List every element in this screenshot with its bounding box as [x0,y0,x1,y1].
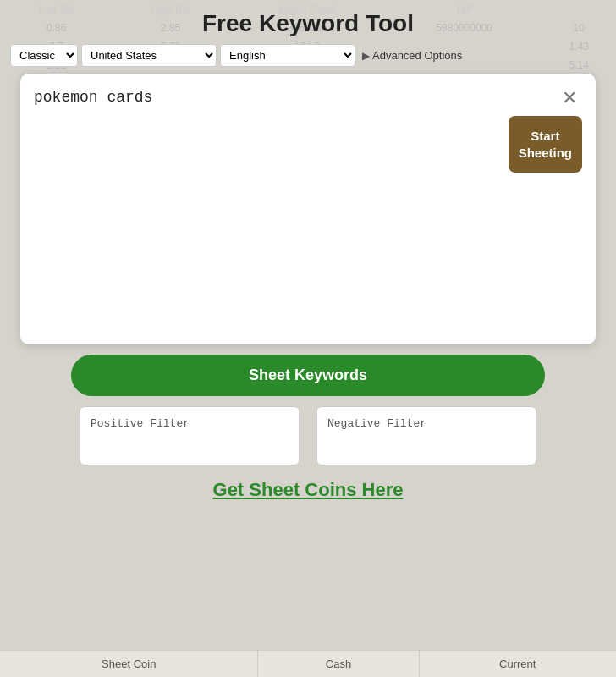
filters-row: Positive Filter Negative Filter [80,406,536,465]
advanced-options-toggle[interactable]: ▶ Advanced Options [362,49,462,62]
keyword-input[interactable] [34,87,502,307]
get-coins-link[interactable]: Get Sheet Coins Here [213,479,404,501]
language-select[interactable]: English [220,44,355,67]
negative-filter-box: Negative Filter [316,406,536,465]
negative-filter-wrapper: Negative Filter [316,406,536,465]
start-sheeting-button[interactable]: StartSheeting [509,116,582,173]
main-overlay: Free Keyword Tool Classic United States … [0,0,616,677]
positive-filter-wrapper: Positive Filter [80,406,300,465]
sheet-keywords-button[interactable]: Sheet Keywords [71,355,545,396]
advanced-options-arrow: ▶ [362,50,370,62]
clear-button[interactable]: ✕ [557,87,582,109]
advanced-options-label: Advanced Options [372,49,462,62]
keyword-box: ✕ StartSheeting [20,74,596,344]
positive-filter-box: Positive Filter [80,406,300,465]
country-select[interactable]: United States [81,44,217,67]
keyword-input-row: ✕ StartSheeting [34,87,582,307]
controls-bar: Classic United States English ▶ Advanced… [0,44,616,74]
positive-filter-input[interactable] [80,407,299,466]
negative-filter-input[interactable] [317,407,536,466]
page-title: Free Keyword Tool [0,0,616,44]
keyword-actions: ✕ StartSheeting [509,87,582,173]
mode-select[interactable]: Classic [10,44,78,67]
